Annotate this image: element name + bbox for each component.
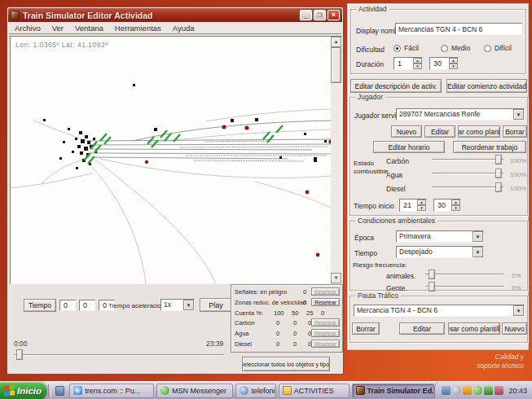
reset-speed-zones-button[interactable]: Resetear [311,298,340,306]
reset-coal-button[interactable]: Resetear [311,318,340,327]
task-activities-folder[interactable]: ACTIVITIES [279,384,350,398]
task-trens-com[interactable]: e trens.com :: Pu... [69,384,154,398]
traffic-use-template-button[interactable]: Usar como plantilla [448,322,500,335]
volume-tray-icon[interactable] [495,386,503,395]
start-button[interactable]: Inicio [0,382,46,399]
season-select[interactable]: Primavera ▼ [396,230,484,243]
time-minutes-field[interactable]: 0 [79,300,95,311]
traffic-new-button[interactable]: Nuevo [502,322,527,335]
spin-up-icon[interactable]: ▲ [413,58,422,64]
spin-down-icon[interactable]: ▼ [451,205,460,211]
spin-down-icon[interactable]: ▼ [417,205,426,211]
select-all-objects-button[interactable]: Seleccionar todos los objetos y tipos [242,357,330,371]
duration-minutes-spinner[interactable]: 30 ▲▼ [429,57,459,70]
start-minute-spinner[interactable]: 30 ▲▼ [433,199,461,212]
menu-ver[interactable]: Ver [46,24,69,33]
alert-tray-icon[interactable] [463,386,472,395]
group-pauta-trafico: Pauta Tráfico Mercancia TGN 4 - BCN 6 ▼ … [350,296,528,343]
reset-water-button[interactable]: Resetear [311,329,340,337]
update-tray-icon[interactable] [452,386,461,395]
water-slider[interactable] [432,169,503,179]
map-vertical-scrollbar[interactable]: ▲ ▼ [331,37,341,283]
difficulty-radio-dificil[interactable]: Difícil [484,44,512,52]
difficulty-radio-medio[interactable]: Medio [441,44,470,52]
diesel-slider[interactable] [432,182,503,193]
animals-slider[interactable] [425,270,503,280]
close-button[interactable]: × [328,10,340,20]
title-bar[interactable]: Train Simulator Editor Actividad _ ❐ × [8,8,342,22]
menu-ayuda[interactable]: Ayuda [167,24,200,33]
edit-activity-start-button[interactable]: Editar comienzo actividad [446,79,527,93]
reset-signals-button[interactable]: Resetear [311,287,340,296]
task-telefonica[interactable]: telefonica.com [235,384,275,398]
map-viewport[interactable]: Lon: 1.0365º Lat: 41.1092º ▲ ▼ [10,36,342,284]
people-slider-thumb[interactable] [429,282,435,292]
water-slider-thumb[interactable] [495,169,502,178]
spin-up-icon[interactable]: ▲ [417,200,426,205]
service-edit-button[interactable]: Editar [424,125,455,138]
coal-slider-thumb[interactable] [495,155,502,164]
fuel-state-label-2: combustible [354,168,389,175]
task-train-simulator-editor[interactable]: Train Simulator Ed... [352,384,435,398]
maximize-button[interactable]: ❐ [314,10,326,20]
scrollbar-thumb[interactable] [331,47,341,83]
scroll-down-button[interactable]: ▼ [331,273,341,283]
menu-herramientas[interactable]: Herramientas [109,24,167,33]
spin-down-icon[interactable]: ▼ [449,64,458,69]
antivirus-tray-icon[interactable] [484,386,493,395]
difficulty-radio-facil[interactable]: Fácil [394,44,419,52]
scroll-up-button[interactable]: ▲ [331,37,341,47]
water-row-label: Agua [235,330,249,337]
service-delete-button[interactable]: Borrar [503,125,527,138]
player-service-select[interactable]: 289707 Mercancias Renfe ▼ [396,108,525,121]
edit-description-button[interactable]: Editar descripción de activ. [350,79,442,93]
animals-slider-thumb[interactable] [429,270,435,279]
minimize-button[interactable]: _ [300,10,312,20]
fuel-state-label-1: Estado [354,160,374,167]
speed-zones-label: Zonas reduc. de velocidad [235,299,306,306]
task-msn-messenger[interactable]: MSN Messenger [156,384,233,398]
reorder-work-button[interactable]: Reordenar trabajo [453,141,526,153]
quick-launch-icon[interactable] [55,386,64,396]
traffic-edit-button[interactable]: Editar [399,322,445,335]
spin-up-icon[interactable]: ▲ [449,58,458,64]
weather-select[interactable]: Despejado ▼ [396,246,484,258]
window-controls: _ ❐ × [300,10,340,20]
network-tray-icon[interactable] [442,386,451,395]
service-new-button[interactable]: Nuevo [391,125,422,138]
spin-down-icon[interactable]: ▼ [413,64,422,69]
messenger-tray-icon[interactable] [473,386,482,395]
chevron-down-icon[interactable]: ▼ [473,247,483,257]
start-hour-spinner[interactable]: 21 ▲▼ [399,199,427,212]
difficulty-label: Dificultad [356,46,385,54]
time-hours-field[interactable]: 0 [59,300,76,311]
chevron-down-icon[interactable]: ▼ [513,109,524,120]
chevron-down-icon[interactable]: ▼ [513,305,524,316]
chevron-down-icon[interactable]: ▼ [183,300,194,310]
menu-bar: Archivo Ver Ventana Herramientas Ayuda [9,23,341,34]
display-name-input[interactable]: Mercancias TGN 4 - BCN 6 [395,23,522,35]
timeline-slider[interactable] [14,349,224,361]
timeline-track[interactable] [14,354,224,356]
diesel-slider-thumb[interactable] [495,182,502,192]
tiempo-button[interactable]: Tiempo [24,299,56,312]
fuel-col-25: 25 [306,309,313,317]
traffic-pattern-select[interactable]: Mercancia TGN 4 - BCN 6 ▼ [354,305,525,317]
traffic-delete-button[interactable]: Borrar [352,322,380,335]
edit-schedule-button[interactable]: Editar horario [373,141,445,153]
reset-diesel-button[interactable]: Resetear [311,340,340,348]
people-slider[interactable] [425,282,503,292]
service-use-template-button[interactable]: Usar como plantilla [458,125,500,138]
accel-select[interactable]: 1x ▼ [160,299,195,311]
animals-slider-label: animales. [386,272,415,280]
chevron-down-icon[interactable]: ▼ [473,231,483,242]
coal-slider[interactable] [432,155,503,165]
duration-hours-spinner[interactable]: 1 ▲▼ [394,57,423,70]
menu-ventana[interactable]: Ventana [69,24,109,33]
taskbar-clock: 20:43 [508,387,527,395]
water-count-50: 0 [293,330,297,337]
menu-archivo[interactable]: Archivo [9,24,46,33]
spin-up-icon[interactable]: ▲ [451,200,460,205]
play-button[interactable]: Play [200,298,232,312]
timeline-thumb[interactable] [16,349,23,360]
